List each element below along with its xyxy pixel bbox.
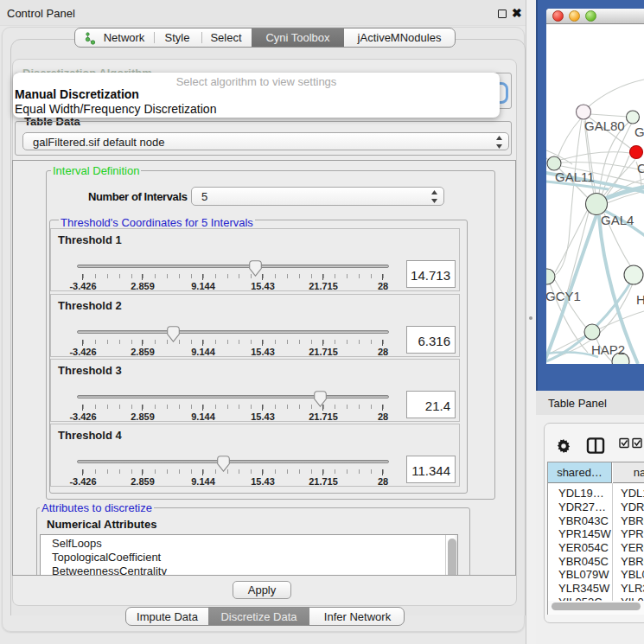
svg-text:H: H	[636, 292, 644, 307]
svg-text:HAP2: HAP2	[591, 342, 625, 357]
svg-text:C: C	[637, 161, 644, 175]
svg-text:GAL4: GAL4	[601, 213, 634, 227]
svg-text:GAL11: GAL11	[555, 169, 595, 184]
svg-text:GA: GA	[634, 124, 644, 139]
svg-text:GAL80: GAL80	[584, 118, 625, 133]
svg-text:GCY1: GCY1	[546, 289, 581, 303]
